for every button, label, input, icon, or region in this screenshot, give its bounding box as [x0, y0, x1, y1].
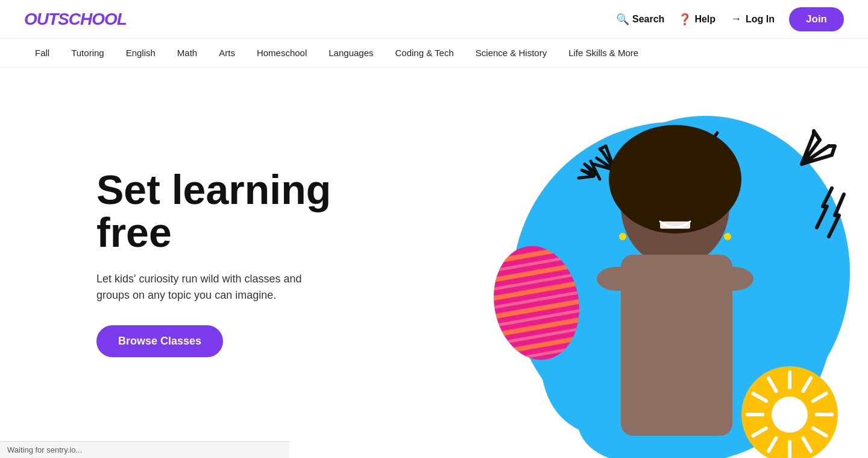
search-icon: 🔍 — [617, 13, 629, 25]
nav-item-fall[interactable]: Fall — [24, 39, 60, 68]
login-label: Log In — [746, 14, 775, 25]
hero-text-block: Set learning free Let kids' curiosity ru… — [96, 168, 398, 358]
svg-point-37 — [724, 233, 731, 240]
hero-headline: Set learning free — [96, 168, 398, 255]
login-icon: → — [730, 13, 742, 25]
hero-section: Set learning free Let kids' curiosity ru… — [0, 68, 868, 458]
nav-item-english[interactable]: English — [115, 39, 166, 68]
join-label: Join — [806, 13, 827, 25]
nav-item-math[interactable]: Math — [166, 39, 208, 68]
header-actions: 🔍 Search ❓ Help → Log In Join — [617, 7, 844, 31]
nav-item-science-history[interactable]: Science & History — [465, 39, 558, 68]
hero-illustration — [410, 68, 868, 458]
join-button[interactable]: Join — [789, 7, 844, 31]
search-label: Search — [632, 14, 664, 25]
status-text: Waiting for sentry.io... — [7, 445, 82, 454]
svg-point-33 — [597, 267, 639, 291]
svg-point-31 — [609, 125, 741, 234]
login-button[interactable]: → Log In — [730, 13, 775, 25]
svg-point-36 — [619, 233, 626, 240]
nav-item-coding-tech[interactable]: Coding & Tech — [385, 39, 465, 68]
search-button[interactable]: 🔍 Search — [617, 13, 664, 25]
browse-classes-button[interactable]: Browse Classes — [96, 325, 223, 357]
nav-item-life-skills[interactable]: Life Skills & More — [558, 39, 649, 68]
svg-point-29 — [772, 396, 808, 433]
help-label: Help — [694, 14, 715, 25]
nav-item-languages[interactable]: Languages — [318, 39, 384, 68]
logo[interactable]: OUTSCHOOL — [24, 10, 127, 29]
nav-item-arts[interactable]: Arts — [208, 39, 246, 68]
status-bar: Waiting for sentry.io... — [0, 441, 289, 458]
hero-subheadline: Let kids' curiosity run wild with classe… — [96, 271, 326, 304]
logo-text: OUTSCHOOL — [24, 10, 127, 28]
nav-item-homeschool[interactable]: Homeschool — [246, 39, 318, 68]
svg-rect-35 — [660, 221, 690, 229]
hero-svg — [410, 68, 868, 458]
svg-point-34 — [711, 267, 753, 291]
help-icon: ❓ — [679, 13, 691, 25]
header: OUTSCHOOL 🔍 Search ❓ Help → Log In Join — [0, 0, 868, 39]
help-button[interactable]: ❓ Help — [679, 13, 715, 25]
browse-classes-label: Browse Classes — [118, 335, 201, 347]
main-nav: Fall Tutoring English Math Arts Homescho… — [0, 39, 868, 68]
nav-item-tutoring[interactable]: Tutoring — [60, 39, 115, 68]
